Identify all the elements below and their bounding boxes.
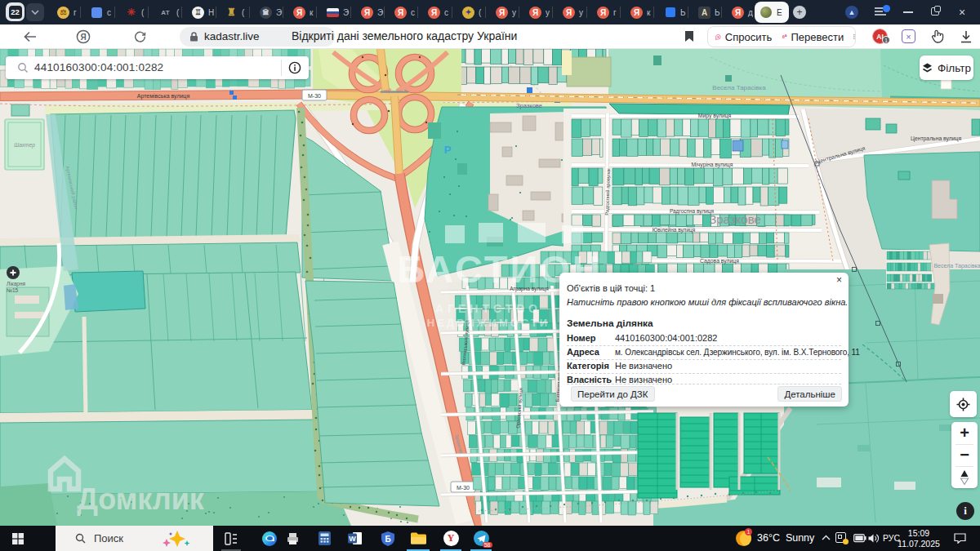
svg-text:М-30: М-30 <box>308 93 321 99</box>
svg-text:Зразкове: Зразкове <box>516 102 542 109</box>
svg-text:Радгоспна вулиця: Радгоспна вулиця <box>670 208 715 215</box>
svg-text:№15: №15 <box>7 287 19 293</box>
svg-text:Б: Б <box>385 534 390 543</box>
svg-text:Ювілейна вулиця: Ювілейна вулиця <box>653 227 696 233</box>
svg-text:Весела Тарасівка: Весела Тарасівка <box>712 84 766 91</box>
svg-text:Я: Я <box>80 33 86 42</box>
svg-text:Домклик: Домклик <box>77 482 205 516</box>
svg-text:A: A <box>785 33 787 38</box>
svg-text:Мічуріна вулиця: Мічуріна вулиця <box>692 162 733 168</box>
svg-text:Миру вулиця: Миру вулиця <box>698 113 732 119</box>
svg-text:Садова вулиця: Садова вулиця <box>700 258 739 264</box>
svg-text:Шахтер: Шахтер <box>14 142 35 149</box>
svg-text:Зразкове: Зразкове <box>709 212 761 226</box>
svg-text:Весела Тарасівка: Весела Тарасівка <box>933 263 980 269</box>
svg-text:Р: Р <box>444 144 452 156</box>
svg-text:АГЕНТСТВО: АГЕНТСТВО <box>435 302 541 315</box>
svg-text:НЕДВИЖИМОСТИ: НЕДВИЖИМОСТИ <box>427 317 550 329</box>
svg-text:М-30: М-30 <box>457 485 470 491</box>
svg-text:W: W <box>349 535 356 543</box>
svg-text:Лікарня: Лікарня <box>7 281 26 287</box>
svg-text:Центральна вулиця: Центральна вулиця <box>911 136 962 142</box>
svg-text:Артемівська вулиця: Артемівська вулиця <box>137 93 190 100</box>
